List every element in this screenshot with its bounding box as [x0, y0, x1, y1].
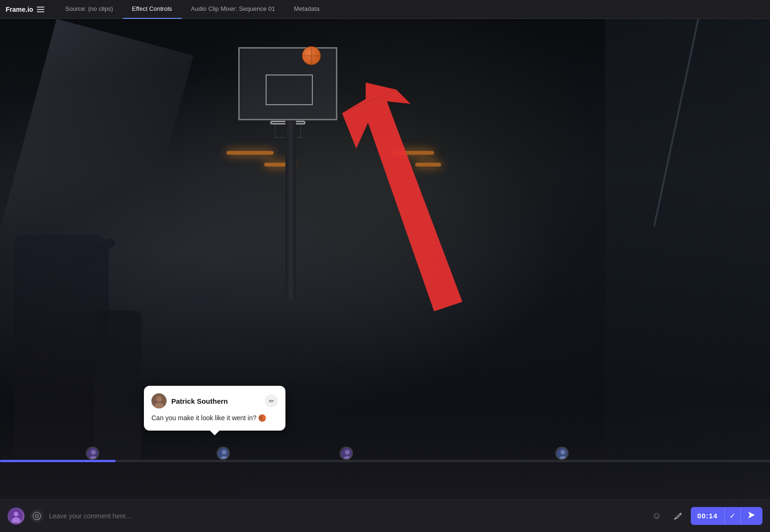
tab-source[interactable]: Source: (no clips) — [56, 0, 122, 19]
frameio-logo-text: Frame.io — [6, 6, 33, 13]
timeline-marker-2[interactable] — [217, 447, 230, 460]
svg-marker-23 — [748, 512, 755, 518]
user-markers-container — [0, 436, 770, 460]
comment-avatar — [151, 393, 167, 408]
tab-bar: Frame.io Source: (no clips) Effect Contr… — [0, 0, 770, 19]
svg-point-4 — [156, 396, 162, 402]
timeline-marker-3[interactable] — [340, 447, 353, 460]
menu-icon[interactable] — [37, 7, 44, 12]
comment-user-info: Patrick Southern — [151, 393, 228, 408]
timeline-progress — [0, 460, 116, 462]
comment-username: Patrick Southern — [171, 397, 228, 405]
send-button[interactable] — [740, 507, 762, 525]
svg-point-19 — [14, 512, 18, 516]
timeline-bar[interactable] — [0, 460, 770, 462]
timeline-marker-4[interactable] — [555, 447, 569, 460]
timecode-button[interactable]: 00:14 — [691, 507, 724, 525]
comment-input[interactable] — [49, 512, 644, 520]
comment-text: Can you make it look like it went in? 🏀 — [151, 413, 278, 423]
tab-metadata[interactable]: Metadata — [285, 0, 329, 19]
svg-point-10 — [222, 450, 226, 455]
main-content: Patrick Southern ✏ Can you make it look … — [0, 19, 770, 532]
timecode-group: 00:14 ✓ — [691, 507, 762, 525]
checkmark-button[interactable]: ✓ — [724, 507, 740, 525]
svg-point-13 — [345, 450, 350, 455]
comment-bubble: Patrick Southern ✏ Can you make it look … — [144, 386, 285, 431]
user-avatar-button[interactable] — [8, 507, 25, 524]
tab-effect-controls[interactable]: Effect Controls — [123, 0, 182, 19]
frameio-logo[interactable]: Frame.io — [6, 6, 44, 13]
tag-mention-button[interactable] — [30, 509, 43, 523]
comment-header: Patrick Southern ✏ — [151, 393, 278, 408]
control-bar: ☺ 00:14 ✓ — [0, 499, 770, 532]
svg-point-16 — [561, 450, 565, 455]
tab-audio-clip-mixer[interactable]: Audio Clip Mixer: Sequence 01 — [182, 0, 285, 19]
emoji-button[interactable]: ☺ — [649, 508, 664, 524]
comment-edit-button[interactable]: ✏ — [265, 394, 278, 407]
svg-point-7 — [91, 450, 96, 455]
draw-button[interactable] — [670, 508, 685, 524]
timeline-marker-1[interactable] — [86, 447, 99, 460]
svg-point-22 — [35, 515, 38, 517]
